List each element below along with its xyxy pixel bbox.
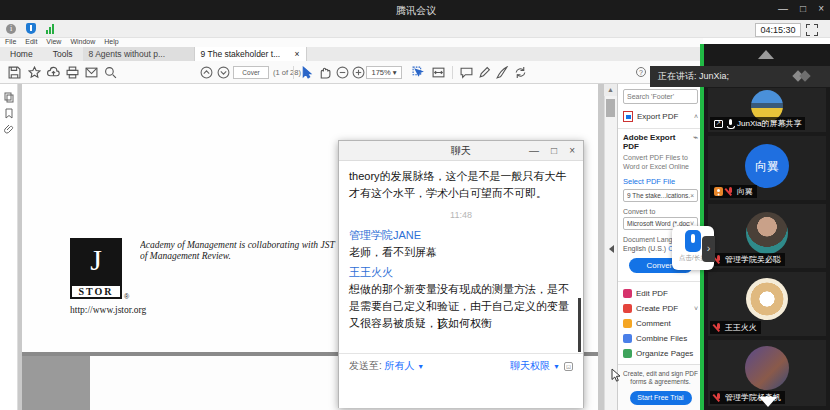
close-button[interactable]: × — [818, 3, 824, 14]
send-to-select[interactable]: 所有人 ▼ — [385, 359, 425, 373]
adobe-export-pdf-title: Adobe Export PDF⌁ — [623, 133, 698, 151]
chat-permission-select[interactable]: 聊天权限 ▼ — [510, 359, 560, 373]
organize-pages-icon — [623, 349, 632, 358]
search-icon[interactable] — [104, 66, 117, 79]
tab-close-icon[interactable]: × — [295, 47, 300, 61]
page-number-input[interactable]: Cover Page — [233, 66, 269, 79]
select-tool-icon[interactable] — [300, 66, 313, 79]
selected-file-name: 9 The stake...ications.pdf — [627, 192, 690, 199]
window-controls: — □ × — [778, 3, 824, 14]
menu-edit[interactable]: Edit — [25, 38, 37, 47]
link-icon[interactable]: ⌁ — [693, 133, 698, 151]
popout-icon[interactable]: ⊡ — [564, 362, 573, 371]
protected-mode-shield-icon[interactable] — [26, 23, 36, 34]
tool-organize-pages[interactable]: Organize Pages — [623, 346, 698, 361]
tab-document-1[interactable]: 8 Agents without p... — [83, 47, 195, 61]
save-icon[interactable] — [8, 66, 21, 79]
maximize-button[interactable]: □ — [800, 3, 806, 14]
scroll-more-icon[interactable] — [759, 397, 777, 407]
chat-titlebar[interactable]: 聊天 — □ × — [339, 141, 583, 161]
chat-sender-2[interactable]: 王王火火 — [349, 264, 573, 281]
chat-close-button[interactable]: × — [569, 141, 575, 161]
chat-window-controls: — □ × — [529, 141, 575, 161]
bookmarks-icon[interactable] — [4, 108, 14, 119]
zoom-level-select[interactable]: 175% ▾ — [366, 66, 402, 79]
tab-home[interactable]: Home — [0, 47, 43, 61]
tab-document-2-active[interactable]: 9 The stakeholder t... × — [195, 47, 307, 61]
chat-timestamp: 11:48 — [349, 207, 573, 224]
chat-sender-1[interactable]: 管理学院JANE — [349, 227, 573, 244]
fill-sign-icon[interactable] — [496, 66, 509, 79]
app-strip — [0, 20, 830, 38]
jstor-logo: J — [70, 238, 122, 284]
page-2-figure-block — [22, 356, 90, 410]
attachments-icon[interactable] — [4, 124, 14, 135]
menu-window[interactable]: Window — [70, 38, 95, 47]
microphone-icon[interactable] — [685, 230, 701, 252]
participant-label: 管理学院吴必聪 — [710, 253, 785, 266]
selection-marquee-icon[interactable] — [412, 66, 425, 79]
chevron-up-icon[interactable]: ˄ — [694, 113, 698, 120]
tools-search-input[interactable] — [623, 89, 698, 104]
hand-tool-icon[interactable] — [318, 66, 331, 79]
participant-label: 王王火火 — [710, 321, 761, 334]
info-icon[interactable]: i — [6, 24, 16, 34]
panel-footer: Create, edit and sign PDFforms & agreeme… — [618, 364, 703, 410]
screen-share-icon — [714, 120, 723, 128]
pencil-icon[interactable] — [478, 66, 491, 79]
tool-comment[interactable]: Comment — [623, 316, 698, 331]
menu-view[interactable]: View — [46, 38, 61, 47]
selected-file-box[interactable]: 9 The stake...ications.pdf × — [623, 189, 698, 202]
zoom-out-icon[interactable] — [336, 66, 349, 79]
promo-text: Create, edit and sign PDFforms & agreeme… — [621, 370, 700, 386]
chevron-down-icon[interactable]: ˅ — [694, 305, 698, 312]
chat-maximize-button[interactable]: □ — [551, 141, 557, 161]
star-icon[interactable] — [28, 66, 41, 79]
page-down-icon[interactable] — [217, 66, 230, 79]
help-icon[interactable]: ? — [636, 67, 646, 77]
send-review-icon[interactable] — [514, 66, 527, 79]
sidebar-expand-tab[interactable]: › — [702, 236, 715, 262]
select-pdf-file-link[interactable]: Select PDF File — [623, 177, 698, 186]
participant-tile-wangwang[interactable]: 王王火火 — [708, 272, 826, 336]
fullscreen-icon[interactable] — [806, 24, 818, 36]
chat-input[interactable] — [339, 377, 583, 408]
email-icon[interactable] — [85, 66, 98, 79]
print-icon[interactable] — [66, 66, 79, 79]
tencent-meeting-logo — [794, 72, 816, 82]
mic-on-icon — [726, 119, 734, 129]
tool-combine-files[interactable]: Combine Files — [623, 331, 698, 346]
clear-file-icon[interactable]: × — [690, 192, 694, 199]
chat-messages[interactable]: theory的发展脉络，这个是不是一般只有大牛才有这个水平，学术小白可望而不可即… — [339, 161, 583, 332]
jstor-logo-stor: STOR — [70, 284, 122, 299]
scrollbar-up-arrow[interactable]: ▲ — [604, 84, 617, 96]
tab-tools[interactable]: Tools — [43, 47, 83, 61]
chat-message-1: theory的发展脉络，这个是不是一般只有大牛才有这个水平，学术小白可望而不可即… — [349, 168, 573, 202]
tool-edit-pdf[interactable]: Edit PDF — [623, 286, 698, 301]
page-count-label: (1 of 28) — [273, 68, 301, 77]
jstor-url: http://www.jstor.org — [70, 305, 146, 315]
participant-tile-screenshare[interactable]: JunXia的屏幕共享 — [708, 88, 826, 132]
menu-file[interactable]: File — [5, 38, 16, 47]
comment-icon[interactable] — [460, 66, 473, 79]
chat-scrollbar-thumb[interactable] — [578, 298, 581, 352]
export-pdf-header[interactable]: Export PDF ˄ — [623, 111, 698, 122]
tool-create-pdf[interactable]: Create PDF˅ — [623, 301, 698, 316]
start-free-trial-button[interactable]: Start Free Trial — [630, 391, 692, 405]
participant-tile-wubicong[interactable]: 管理学院吴必聪 — [708, 204, 826, 268]
page-up-icon[interactable] — [200, 66, 213, 79]
mic-muted-icon — [726, 187, 734, 197]
avatar — [746, 212, 788, 254]
scrollbar-thumb[interactable] — [606, 99, 615, 117]
panel-collapse-arrow-icon[interactable] — [609, 245, 614, 253]
sidebar-collapse-icon[interactable] — [758, 50, 774, 59]
page-thumbnails-icon[interactable] — [4, 92, 14, 103]
participant-tile-xiangyi[interactable]: 向翼 向翼 — [708, 136, 826, 200]
chat-window[interactable]: 聊天 — □ × theory的发展脉络，这个是不是一般只有大牛才有这个水平，学… — [338, 140, 584, 408]
chat-minimize-button[interactable]: — — [529, 141, 539, 161]
fit-width-icon[interactable] — [432, 66, 445, 79]
minimize-button[interactable]: — — [778, 3, 788, 14]
menu-help[interactable]: Help — [104, 38, 118, 47]
cloud-upload-icon[interactable] — [47, 66, 60, 79]
zoom-in-icon[interactable] — [352, 66, 365, 79]
